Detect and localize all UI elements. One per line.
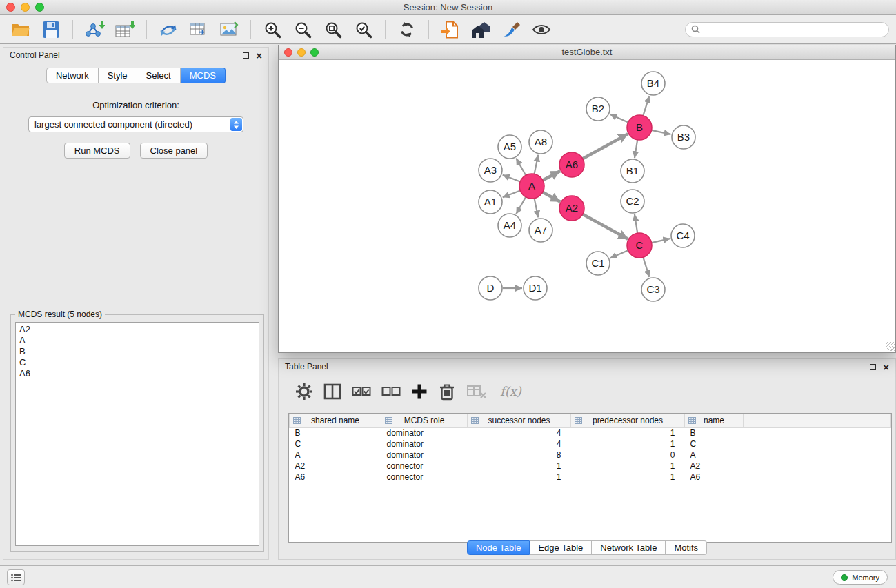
cell-MCDS-role[interactable]: connector — [381, 472, 468, 483]
result-item[interactable]: A2 — [19, 324, 255, 335]
graph-node-A7[interactable]: A7 — [529, 219, 552, 242]
column-header-predecessor-nodes[interactable]: predecessor nodes — [571, 414, 685, 427]
graph-edge-B-B4[interactable] — [643, 96, 649, 116]
column-header-shared-name[interactable]: shared name — [290, 414, 381, 427]
cell-MCDS-role[interactable]: dominator — [381, 427, 468, 438]
tab-node-table[interactable]: Node Table — [467, 540, 530, 555]
graph-edge-A-A1[interactable] — [503, 190, 520, 197]
search-input[interactable] — [704, 25, 883, 34]
save-session-button[interactable] — [37, 18, 65, 41]
cell-name[interactable]: A6 — [685, 472, 744, 483]
cell-predecessor-nodes[interactable]: 1 — [571, 438, 685, 449]
column-header-name[interactable]: name — [685, 414, 744, 427]
cell-shared-name[interactable]: B — [290, 427, 381, 438]
graph-node-C1[interactable]: C1 — [586, 252, 610, 275]
cell-shared-name[interactable]: A6 — [290, 472, 381, 483]
graph-edge-A-A6[interactable] — [543, 171, 560, 181]
cell-shared-name[interactable]: C — [290, 438, 381, 449]
run-mcds-button[interactable]: Run MCDS — [64, 143, 130, 159]
session-snapshot-button[interactable] — [437, 18, 464, 41]
graph-node-B[interactable]: B — [627, 115, 652, 140]
graph-node-A6[interactable]: A6 — [559, 152, 584, 177]
cell-successor-nodes[interactable]: 1 — [468, 472, 571, 483]
cell-name[interactable]: A — [685, 449, 744, 460]
table-row[interactable]: A2connector11A2 — [290, 460, 891, 472]
cell-successor-nodes[interactable]: 1 — [468, 460, 571, 472]
minimize-window-button[interactable] — [21, 3, 30, 12]
graph-edge-A-A5[interactable] — [516, 159, 526, 176]
cell-MCDS-role[interactable]: dominator — [381, 438, 468, 449]
network-minimize-button[interactable] — [297, 48, 306, 57]
graph-node-A3[interactable]: A3 — [479, 159, 502, 182]
close-window-button[interactable] — [6, 3, 15, 12]
tab-mcds[interactable]: MCDS — [181, 68, 226, 83]
delete-column-button[interactable] — [438, 383, 456, 401]
table-row[interactable]: Bdominator41B — [290, 427, 891, 438]
graph-edge-A6-B[interactable] — [583, 134, 628, 159]
network-close-button[interactable] — [284, 48, 292, 57]
cell-predecessor-nodes[interactable]: 1 — [571, 472, 685, 483]
cell-predecessor-nodes[interactable]: 1 — [571, 427, 685, 438]
tab-network[interactable]: Network — [46, 68, 99, 83]
graph-edge-A-A7[interactable] — [535, 199, 539, 218]
graph-node-B2[interactable]: B2 — [586, 97, 610, 121]
close-panel-icon[interactable]: × — [256, 50, 262, 61]
graph-edge-A-A3[interactable] — [503, 175, 520, 182]
apply-style-button[interactable] — [497, 18, 525, 41]
graph-node-A5[interactable]: A5 — [498, 135, 521, 159]
graph-node-A1[interactable]: A1 — [479, 190, 502, 214]
graph-node-B3[interactable]: B3 — [672, 125, 695, 149]
graph-node-B1[interactable]: B1 — [621, 159, 644, 183]
home-view-button[interactable] — [467, 18, 495, 41]
toggle-visibility-button[interactable] — [528, 18, 555, 41]
graph-node-C4[interactable]: C4 — [671, 224, 695, 247]
table-settings-button[interactable] — [295, 383, 313, 401]
criterion-dropdown[interactable]: largest connected component (directed) — [28, 116, 243, 132]
cell-predecessor-nodes[interactable]: 1 — [571, 460, 685, 472]
tab-motifs[interactable]: Motifs — [666, 540, 707, 555]
graph-edge-B-B3[interactable] — [652, 130, 671, 134]
graph-edge-A-A4[interactable] — [516, 197, 526, 214]
cell-shared-name[interactable]: A2 — [290, 460, 381, 472]
zoom-out-button[interactable] — [289, 18, 317, 41]
graph-edge-A-A8[interactable] — [535, 155, 539, 174]
deselect-all-columns-button[interactable] — [381, 385, 401, 398]
column-header-mcds-role[interactable]: MCDS role — [381, 414, 468, 427]
cell-name[interactable]: B — [685, 427, 744, 438]
cell-name[interactable]: C — [685, 438, 744, 449]
graph-node-C3[interactable]: C3 — [641, 278, 665, 301]
graph-edge-B-B2[interactable] — [610, 114, 628, 123]
cell-successor-nodes[interactable]: 8 — [468, 449, 571, 460]
clone-network-button[interactable] — [155, 18, 182, 41]
mcds-result-list[interactable]: A2ABCA6 — [15, 322, 259, 546]
graph-edge-C-C1[interactable] — [610, 250, 628, 258]
table-row[interactable]: A6connector11A6 — [290, 472, 891, 483]
table-row[interactable]: Adominator80A — [290, 449, 891, 460]
cell-MCDS-role[interactable]: dominator — [381, 449, 468, 460]
network-canvas[interactable]: B4B2BB3A5A8A6A3B1AA1C2A2A4A7C4CC1C3DD1 — [279, 60, 895, 352]
cell-successor-nodes[interactable]: 4 — [468, 438, 571, 449]
refresh-view-button[interactable] — [393, 18, 421, 41]
cell-MCDS-role[interactable]: connector — [381, 460, 468, 472]
graph-node-D1[interactable]: D1 — [524, 276, 547, 300]
cell-successor-nodes[interactable]: 4 — [468, 427, 571, 438]
graph-node-A4[interactable]: A4 — [498, 214, 521, 237]
function-builder-button[interactable]: f(x) — [497, 384, 521, 398]
zoom-window-button[interactable] — [35, 3, 44, 12]
export-table-button[interactable] — [185, 18, 212, 41]
import-table-button[interactable] — [111, 18, 139, 41]
float-panel-icon[interactable] — [243, 52, 249, 59]
graph-node-A[interactable]: A — [519, 174, 544, 199]
graph-node-C[interactable]: C — [627, 233, 652, 258]
graph-edge-C-C3[interactable] — [643, 257, 649, 277]
table-row[interactable]: Cdominator41C — [290, 438, 891, 449]
zoom-selected-button[interactable] — [350, 18, 377, 41]
network-zoom-button[interactable] — [310, 48, 319, 57]
open-session-button[interactable] — [7, 18, 34, 41]
window-resize-grip[interactable] — [886, 342, 895, 351]
show-columns-button[interactable] — [323, 383, 341, 401]
select-all-columns-button[interactable] — [352, 385, 371, 398]
create-column-button[interactable] — [411, 383, 428, 400]
graph-node-B4[interactable]: B4 — [641, 72, 665, 95]
cell-shared-name[interactable]: A — [290, 449, 381, 460]
